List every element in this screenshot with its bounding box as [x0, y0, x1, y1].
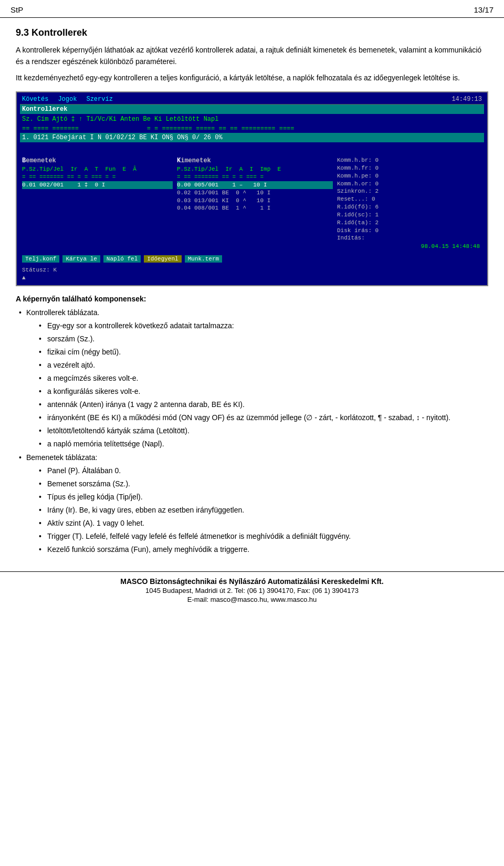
footer-email: E-mail: masco@masco.hu, www.masco.hu [10, 596, 494, 603]
kimenetek-title: Kimenetek [177, 156, 333, 165]
footer-address: 1045 Budapest, Madridi út 2. Tel: (06 1)… [10, 587, 494, 594]
terminal-separator: == ==== ======= = = ======== ===== == ==… [20, 124, 484, 133]
stat-komm-br: Komm.h.br: 0 [337, 156, 482, 164]
sub-list-bemenetek: Panel (P). Általában 0. Bemenet sorszáma… [26, 465, 488, 555]
sub-item-antennák: antennák (Anten) iránya (1 vagy 2 antenn… [26, 399, 488, 410]
list-item-bemenetek: Bemenetek táblázata: Panel (P). Általába… [16, 452, 488, 555]
stat-ridota: R.idő(ta): 2 [337, 219, 482, 227]
components-section: A képernyőn található komponensek: Kontr… [16, 295, 488, 555]
bemenetek-table-label: Bemenetek táblázata: [26, 453, 97, 462]
kimenetek-data-row4: 0.04 008/001 BE 1 ^ 1 I [177, 204, 333, 212]
kimenetek-data-row2: 0.02 013/001 BE 0 ^ 10 I [177, 189, 333, 197]
sub-item-iranyon: irányonként (BE és KI) a működési mód (O… [26, 412, 488, 423]
sub-item-naplo: a napló memória telítettsége (Napl). [26, 439, 488, 450]
terminal-table-header: Sz. Cím Ajtó ‡ ↑ Ti/Vc/Ki Anten Be Ki Le… [20, 114, 484, 124]
top-bullet-list: Kontrollerek táblázata. Egy-egy sor a ko… [16, 307, 488, 555]
list-item-kontrollerek: Kontrollerek táblázata. Egy-egy sor a ko… [16, 307, 488, 450]
stat-disk: Disk írás: 0 [337, 227, 482, 235]
terminal-sections: Bemenetek P.Sz.Tip/Jel Ir A T Fun E Â = … [20, 156, 484, 251]
kimenetek-col-header: P.Sz.Tip/Jel Ir A I Imp E [177, 165, 333, 173]
stat-ridofo: R.idő(fő): 6 [337, 203, 482, 211]
components-title: A képernyőn található komponensek: [16, 295, 488, 303]
menu-item-kovetés[interactable]: Követés [22, 95, 48, 103]
terminal-datetime: 98.04.15 14:48:48 [337, 242, 482, 251]
sub-list-kontrollerek: Egy-egy sor a kontrollerek következő ada… [26, 320, 488, 450]
terminal-kimenetek: Kimenetek P.Sz.Tip/Jel Ir A I Imp E = ==… [175, 156, 335, 251]
terminal-title: Kontrollerek [20, 105, 484, 114]
page-footer: MASCO Biztonságtechnikai és Nyílászáró A… [0, 571, 504, 608]
bem-tipus: Típus és jelleg kódja (Tip/jel). [26, 492, 488, 503]
bemenetek-title: Bemenetek [22, 156, 173, 165]
kimenetek-data-row3: 0.03 013/001 KI 0 ^ 10 I [177, 197, 333, 205]
terminal-buttons: Telj.konf Kártya le Napló fel Időegyenl … [20, 254, 484, 264]
stat-szinkron: Szinkron.: 2 [337, 187, 482, 195]
stat-komm-or: Komm.h.or: 0 [337, 180, 482, 188]
stat-inditas: Indítás: [337, 234, 482, 242]
stat-komm-pe: Komm.h.pe: 0 [337, 172, 482, 180]
paragraph-1: A kontrollerek képernyőjén láthatóak az … [16, 45, 488, 67]
footer-company: MASCO Biztonságtechnikai és Nyílászáró A… [10, 577, 494, 586]
paragraph-2: Itt kezdeményezhető egy-egy kontrolleren… [16, 72, 488, 84]
sub-item-letoltott: letöltött/letöltendő kártyák száma (Letö… [26, 425, 488, 436]
sub-item-konfiguralas: a konfigurálás sikeres volt-e. [26, 386, 488, 397]
terminal-stats: Komm.h.br: 0 Komm.h.fr: 0 Komm.h.pe: 0 K… [335, 156, 484, 251]
main-content: 9.3 Kontrollerek A kontrollerek képernyő… [0, 18, 504, 563]
kimenetek-col-sep: = == ======= == = = === = [177, 173, 333, 181]
terminal-status: Státusz: K ▲ [20, 265, 484, 283]
stat-ridosc: R.idő(sc): 1 [337, 211, 482, 219]
terminal-screen: Követés Jogok Szervíz 14:49:13 Kontrolle… [16, 91, 488, 286]
bemenetek-data-row1: 0.01 002/001 1 ‡ 0 I [22, 181, 173, 189]
section-title: 9.3 Kontrollerek [16, 27, 488, 38]
sub-item-megcimzes: a megcímzés sikeres volt-e. [26, 373, 488, 384]
menu-items: Követés Jogok Szervíz [22, 95, 113, 103]
page-header: StP 13/17 [0, 0, 504, 18]
kontrollerek-label: Kontrollerek táblázata. [26, 308, 99, 317]
bemenetek-col-header: P.Sz.Tip/Jel Ir A T Fun E Â [22, 165, 173, 173]
stat-komm-fr: Komm.h.fr: 0 [337, 164, 482, 172]
menu-item-szerviz[interactable]: Szervíz [86, 95, 112, 103]
bem-aktiv: Aktív szint (A). 1 vagy 0 lehet. [26, 518, 488, 529]
stat-reset: Reset...: 0 [337, 195, 482, 203]
btn-munk-term[interactable]: Munk.term [185, 255, 222, 263]
menu-item-jogok[interactable]: Jogok [58, 95, 77, 103]
btn-kartya-le[interactable]: Kártya le [62, 255, 100, 263]
header-right: 13/17 [474, 5, 494, 14]
bemenetek-col-sep: = == ======= == = = === = = [22, 173, 173, 181]
terminal-bemenetek: Bemenetek P.Sz.Tip/Jel Ir A T Fun E Â = … [20, 156, 175, 251]
btn-naplo-fel[interactable]: Napló fel [103, 255, 141, 263]
terminal-time: 14:49:13 [452, 95, 482, 103]
btn-idoegyenl[interactable]: Időegyenl [144, 255, 181, 263]
bem-kezelo: Kezelő funkció sorszáma (Fun), amely meg… [26, 544, 488, 555]
btn-telj-konf[interactable]: Telj.konf [22, 255, 59, 263]
bem-trigger: Trigger (T). Lefelé, felfelé vagy lefelé… [26, 531, 488, 542]
bem-irany: Irány (Ir). Be, ki vagy üres, ebben az e… [26, 505, 488, 516]
sub-item-sorszam: sorszám (Sz.). [26, 333, 488, 345]
terminal-empty-rows [20, 142, 484, 155]
sub-item-fizikai-cim: fizikai cím (négy betű). [26, 347, 488, 358]
sub-item-intro: Egy-egy sor a kontrollerek következő ada… [26, 320, 488, 331]
header-left: StP [10, 5, 23, 14]
bem-sorszam: Bemenet sorszáma (Sz.). [26, 478, 488, 489]
terminal-menubar: Követés Jogok Szervíz 14:49:13 [20, 95, 484, 105]
terminal-row-highlight: 1. 0121 Főbejárat I N 01/02/12 BE KI ON§… [20, 133, 484, 142]
kimenetek-data-row1: 0.00 005/001 1 – 10 I [177, 181, 333, 189]
sub-item-vezérelt-ajto: a vezérelt ajtó. [26, 360, 488, 371]
bem-panel: Panel (P). Általában 0. [26, 465, 488, 476]
